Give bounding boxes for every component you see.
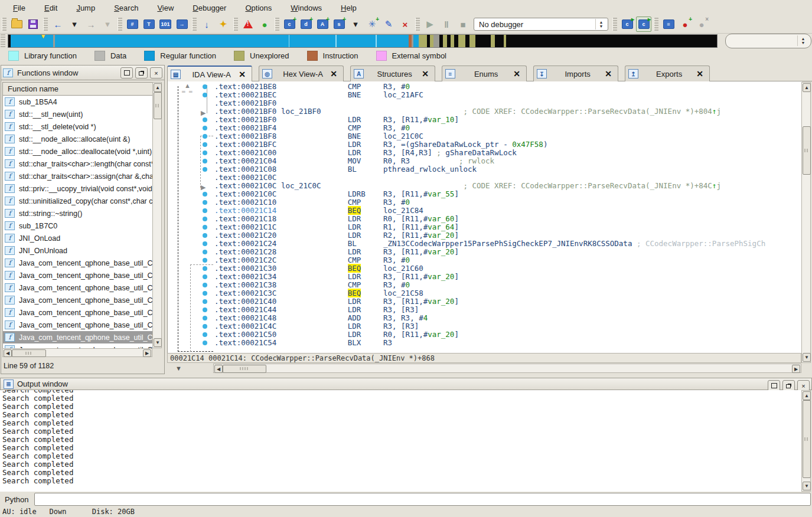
function-list-item[interactable]: fJava_com_tencent_qphone_base_util_Code [3, 294, 153, 306]
navigation-band[interactable] [8, 34, 718, 48]
function-list-item[interactable]: fJava_com_tencent_qphone_base_util_Code [3, 319, 153, 331]
menu-item-debugger[interactable]: Debugger [185, 2, 233, 14]
python-console-input[interactable] [34, 493, 811, 506]
disassembly-line[interactable]: .text:00021C40 LDR R3, [R11,#var_20] [168, 297, 802, 306]
function-list-item[interactable]: fJNI_OnLoad [3, 232, 153, 244]
function-list-item[interactable]: fJNI_OnUnload [3, 244, 153, 257]
tab-ida-view-a[interactable]: ▤IDA View-A✕ [167, 66, 252, 82]
disassembly-vertical-scrollbar[interactable]: ▲ ▼ [801, 82, 811, 363]
highlight-button[interactable]: ✦ [216, 17, 231, 32]
spinner-arrows[interactable]: ▲▼ [595, 19, 606, 30]
function-list-item[interactable]: fstd::__stl_delete(void *) [3, 120, 153, 133]
menu-item-file[interactable]: File [6, 2, 32, 14]
tab-close-icon[interactable]: ✕ [239, 70, 246, 79]
string-dropdown[interactable]: ▾ [348, 17, 363, 32]
function-list-item[interactable]: fJava_com_tencent_qphone_base_util_Code [3, 331, 153, 343]
forward-button[interactable]: → [83, 17, 99, 32]
disassembly-line[interactable]: .text:00021BF4 CMP R3, #0 [168, 124, 802, 132]
disassembly-line[interactable]: .text:00021C28 LDR R3, [R11,#var_20] [168, 248, 802, 256]
functions-horizontal-scrollbar[interactable]: ◀ ▶ [2, 348, 152, 357]
output-log[interactable]: Search completedSearch completedSearch c… [0, 390, 801, 492]
tab-close-icon[interactable]: ✕ [513, 69, 520, 78]
disassembly-line[interactable]: .text:00021C0C LDRB R3, [R11,#var_55] [168, 190, 802, 198]
disassembly-line[interactable]: .text:00021BFC LDR R3, =(gShareDataRwLoc… [168, 140, 802, 149]
problems-button[interactable] [240, 17, 256, 32]
search-value-button[interactable]: # [125, 17, 140, 32]
pause-process-button[interactable]: ‖ [439, 17, 454, 32]
delete-breakpoint-button[interactable]: ●× [694, 17, 709, 32]
disassembly-line[interactable]: .text:00021C14 BEQ loc_21C84 [168, 207, 802, 215]
restore-icon[interactable] [135, 67, 148, 78]
make-code-button[interactable]: c+ [282, 17, 297, 32]
disassembly-line[interactable]: .text:00021C2C CMP R3, #0 [168, 256, 802, 264]
function-list-item[interactable]: fstd::char_traits<char>::assign(char &,c… [3, 170, 153, 182]
disassembly-line[interactable]: .text:00021BEC BNE loc_21AFC [168, 91, 802, 99]
menu-item-help[interactable]: Help [334, 2, 364, 14]
function-list-item[interactable]: fstd::uninitialized_copy(char const*,cha… [3, 195, 153, 207]
tab-structures[interactable]: AStructures✕ [350, 66, 435, 81]
menu-item-options[interactable]: Options [238, 2, 279, 14]
tab-close-icon[interactable]: ✕ [605, 69, 612, 78]
step-source-button[interactable]: c▸ [619, 17, 635, 32]
disassembly-line[interactable]: .text:00021C4C LDR R3, [R3] [168, 322, 802, 331]
disassembly-line[interactable]: .text:00021C1C LDR R1, [R11,#var_64] [168, 223, 802, 231]
function-list-item[interactable]: fstd::__node_alloc::deallocate(void *,ui… [3, 145, 153, 158]
tab-hex-view-a[interactable]: ◎Hex View-A✕ [259, 66, 344, 81]
tab-enums[interactable]: ≡Enums✕ [442, 66, 527, 81]
disassembly-line[interactable]: .text:00021C38 CMP R3, #0 [168, 281, 802, 289]
disassembly-line[interactable]: .text:00021C48 ADD R3, R3, #4 [168, 314, 802, 322]
function-list-item[interactable]: fstd::char_traits<char>::length(char con… [3, 158, 153, 170]
analysis-indicator-button[interactable]: ● [257, 17, 272, 32]
search-binary-button[interactable]: 101 [158, 17, 173, 32]
back-dropdown[interactable]: ▾ [67, 17, 82, 32]
disassembly-line[interactable]: .text:00021BF0 LDR R3, [R11,#var_10] [168, 116, 802, 124]
save-file-button[interactable] [25, 17, 41, 32]
edit-button[interactable]: ✎ [381, 17, 396, 32]
start-process-button[interactable]: ▶ [422, 17, 438, 32]
ida-view-disassembly[interactable]: ▲ ═ ═ ▶ ▶ .text:00021BE8 CMP R3, #0.text… [167, 81, 802, 353]
undefine-button[interactable]: × [397, 17, 413, 32]
menu-item-windows[interactable]: Windows [283, 2, 329, 14]
make-string-button[interactable]: s+ [331, 17, 347, 32]
search-text-button[interactable]: T [141, 17, 156, 32]
tab-exports[interactable]: ↥Exports✕ [625, 66, 710, 81]
disassembly-line[interactable]: .text:00021C34 LDR R3, [R11,#var_20] [168, 273, 802, 281]
function-list-item[interactable]: fstd::__stl_new(uint) [3, 108, 153, 120]
navband-scale-spinner[interactable]: ▲▼ [725, 34, 811, 48]
disassembly-line[interactable]: .text:00021C54 BLX R3 [168, 339, 802, 347]
search-next-button[interactable]: → [174, 17, 190, 32]
add-breakpoint-button[interactable]: ●+ [677, 17, 693, 32]
disassembly-line[interactable]: .text:00021C18 LDR R0, [R11,#var_60] [168, 215, 802, 223]
stop-process-button[interactable]: ■ [455, 17, 471, 32]
tab-close-icon[interactable]: ✕ [696, 69, 703, 78]
spinner-arrows[interactable]: ▲▼ [797, 35, 808, 46]
disassembly-line[interactable]: .text:00021C0C [168, 174, 802, 182]
navband-drag-handle[interactable] [1, 34, 5, 47]
disassembly-horizontal-scrollbar[interactable]: ◀ ▶ [213, 364, 801, 373]
debugger-select[interactable]: No debugger▲▼ [474, 18, 608, 31]
function-list-item[interactable]: fsub_1B5A4 [3, 96, 153, 108]
disassembly-line[interactable]: .text:00021BF0 [168, 99, 802, 107]
disassembly-line[interactable]: .text:00021BF8 BNE loc_21C0C [168, 132, 802, 140]
disassembly-line[interactable]: .text:00021C04 MOV R0, R3 ; rwlock [168, 157, 802, 165]
breakpoint-list-button[interactable]: ≡ [661, 17, 676, 32]
function-list-item[interactable]: fJava_com_tencent_qphone_base_util_Code [3, 282, 153, 294]
function-name-column-header[interactable]: Function name [2, 82, 162, 96]
disassembly-line[interactable]: .text:00021C20 LDR R2, [R11,#var_20] [168, 231, 802, 240]
disassembly-line[interactable]: .text:00021BE8 CMP R3, #0 [168, 83, 802, 91]
back-button[interactable]: ← [50, 17, 66, 32]
menu-item-view[interactable]: View [150, 2, 181, 14]
menu-item-jump[interactable]: Jump [69, 2, 102, 14]
make-data-button[interactable]: d+ [298, 17, 314, 32]
menu-item-search[interactable]: Search [107, 2, 145, 14]
make-array-button[interactable]: ✳+ [364, 17, 380, 32]
disassembly-line[interactable]: .text:00021C24 BL _ZN13CCodecWarpper15Pa… [168, 240, 802, 248]
function-list-item[interactable]: fJava_com_tencent_qphone_base_util_Code [3, 343, 153, 348]
gutter-down-arrow-icon[interactable]: ▼ [175, 365, 182, 372]
run-source-button[interactable]: c▸ [636, 17, 651, 32]
function-list-item[interactable]: fJava_com_tencent_qphone_base_util_Code [3, 306, 153, 319]
open-file-button[interactable] [9, 17, 24, 32]
forward-dropdown[interactable]: ▾ [100, 17, 115, 32]
disassembly-line[interactable]: .text:00021C3C BEQ loc_21C58 [168, 289, 802, 297]
disassembly-line[interactable]: .text:00021C00 LDR R3, [R4,R3] ; gShareD… [168, 149, 802, 157]
